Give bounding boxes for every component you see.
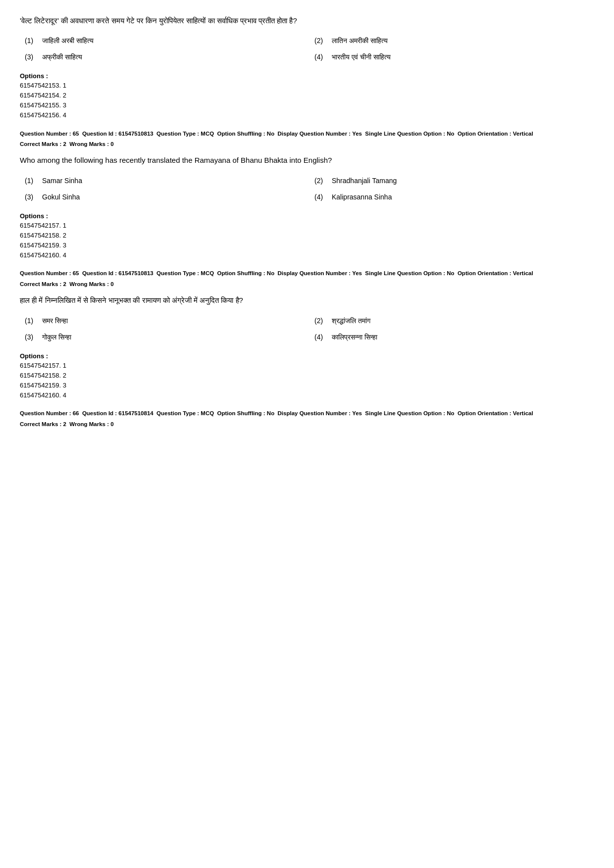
option-code-1-2: 61547542154. 2 xyxy=(20,91,594,100)
question-block-hindi-goethe: 'वेल्ट लिटेरादूर' की अवधारणा करते समय गे… xyxy=(20,15,594,121)
option-code-2-4: 61547542160. 4 xyxy=(20,250,594,260)
option-code-3-1: 61547542157. 1 xyxy=(20,361,594,371)
option-codes-section-3: Options : 61547542157. 1 61547542158. 2 … xyxy=(20,352,594,401)
option-3: (3) अफ्रीकी साहित्य xyxy=(25,52,305,62)
marks-text-q65-second: Correct Marks : 2 Wrong Marks : 0 xyxy=(20,281,594,287)
option-code-3-4: 61547542160. 4 xyxy=(20,390,594,400)
option-num-q65-e-1: (1) xyxy=(25,176,37,186)
option-code-3-3: 61547542159. 3 xyxy=(20,381,594,390)
option-text-q65-h-4: कालिप्रसन्ना सिन्हा xyxy=(332,332,377,342)
meta-block-q65-second: Question Number : 65 Question Id : 61547… xyxy=(20,269,594,287)
option-text-q65-e-4: Kaliprasanna Sinha xyxy=(332,192,392,202)
question-block-q65-english: Who among the following has recently tra… xyxy=(20,154,594,260)
option-text-2: लातिन अमरीकी साहित्य xyxy=(332,36,388,46)
answer-options-q65-english: (1) Samar Sinha (2) Shradhanjali Tamang … xyxy=(20,176,594,202)
option-q65-e-3: (3) Gokul Sinha xyxy=(25,192,305,202)
option-code-1-1: 61547542153. 1 xyxy=(20,81,594,91)
option-num-q65-h-1: (1) xyxy=(25,316,37,326)
answer-options-q65-hindi: (1) समर सिन्हा (2) श्रद्धांजलि तमांग (3)… xyxy=(20,316,594,342)
option-num-1: (1) xyxy=(25,36,37,46)
option-text-4: भारतीय एवं चीनी साहित्य xyxy=(332,52,391,62)
meta-text-q65: Question Number : 65 Question Id : 61547… xyxy=(20,130,594,139)
option-text-q65-e-1: Samar Sinha xyxy=(42,176,82,186)
option-num-4: (4) xyxy=(314,52,327,62)
option-num-q65-e-3: (3) xyxy=(25,192,37,202)
meta-text-q66: Question Number : 66 Question Id : 61547… xyxy=(20,409,594,418)
option-q65-h-1: (1) समर सिन्हा xyxy=(25,316,305,326)
option-q65-h-4: (4) कालिप्रसन्ना सिन्हा xyxy=(314,332,594,342)
option-num-3: (3) xyxy=(25,52,37,62)
options-label-3: Options : xyxy=(20,352,594,360)
option-codes-section-1: Options : 61547542153. 1 61547542154. 2 … xyxy=(20,72,594,121)
option-num-q65-h-3: (3) xyxy=(25,332,37,342)
option-text-q65-h-1: समर सिन्हा xyxy=(42,316,68,326)
option-q65-e-1: (1) Samar Sinha xyxy=(25,176,305,186)
question-text-q65-hindi: हाल ही में निम्नलिखित में से किसने भानूभ… xyxy=(20,294,594,307)
option-code-2-2: 61547542158. 2 xyxy=(20,231,594,241)
option-q65-e-4: (4) Kaliprasanna Sinha xyxy=(314,192,594,202)
option-codes-section-2: Options : 61547542157. 1 61547542158. 2 … xyxy=(20,212,594,261)
meta-block-q65: Question Number : 65 Question Id : 61547… xyxy=(20,130,594,147)
option-num-q65-e-2: (2) xyxy=(314,176,327,186)
meta-text-q65-second: Question Number : 65 Question Id : 61547… xyxy=(20,269,594,278)
question-text-q65-english: Who among the following has recently tra… xyxy=(20,154,594,167)
option-text-q65-h-3: गोकुल सिन्हा xyxy=(42,332,71,342)
option-num-q65-e-4: (4) xyxy=(314,192,327,202)
options-label-2: Options : xyxy=(20,212,594,220)
option-q65-h-3: (3) गोकुल सिन्हा xyxy=(25,332,305,342)
option-text-q65-e-2: Shradhanjali Tamang xyxy=(332,176,397,186)
question-block-q65-hindi: हाल ही में निम्नलिखित में से किसने भानूभ… xyxy=(20,294,594,400)
meta-block-q66: Question Number : 66 Question Id : 61547… xyxy=(20,409,594,427)
option-1: (1) जाहिली अरबी साहित्य xyxy=(25,36,305,46)
option-num-q65-h-2: (2) xyxy=(314,316,327,326)
option-code-1-3: 61547542155. 3 xyxy=(20,100,594,110)
option-text-q65-h-2: श्रद्धांजलि तमांग xyxy=(332,316,370,326)
option-num-2: (2) xyxy=(314,36,327,46)
option-code-2-3: 61547542159. 3 xyxy=(20,241,594,250)
option-text-3: अफ्रीकी साहित्य xyxy=(42,52,82,62)
options-label-1: Options : xyxy=(20,72,594,80)
option-4: (4) भारतीय एवं चीनी साहित्य xyxy=(314,52,594,62)
option-q65-e-2: (2) Shradhanjali Tamang xyxy=(314,176,594,186)
answer-options-hindi-goethe: (1) जाहिली अरबी साहित्य (2) लातिन अमरीकी… xyxy=(20,36,594,62)
marks-text-q66: Correct Marks : 2 Wrong Marks : 0 xyxy=(20,421,594,427)
option-text-1: जाहिली अरबी साहित्य xyxy=(42,36,94,46)
option-text-q65-e-3: Gokul Sinha xyxy=(42,192,80,202)
option-code-2-1: 61547542157. 1 xyxy=(20,221,594,231)
option-q65-h-2: (2) श्रद्धांजलि तमांग xyxy=(314,316,594,326)
marks-text-q65: Correct Marks : 2 Wrong Marks : 0 xyxy=(20,141,594,147)
option-code-3-2: 61547542158. 2 xyxy=(20,371,594,381)
option-2: (2) लातिन अमरीकी साहित्य xyxy=(314,36,594,46)
option-code-1-4: 61547542156. 4 xyxy=(20,110,594,120)
option-num-q65-h-4: (4) xyxy=(314,332,327,342)
question-text-hindi-goethe: 'वेल्ट लिटेरादूर' की अवधारणा करते समय गे… xyxy=(20,15,594,27)
